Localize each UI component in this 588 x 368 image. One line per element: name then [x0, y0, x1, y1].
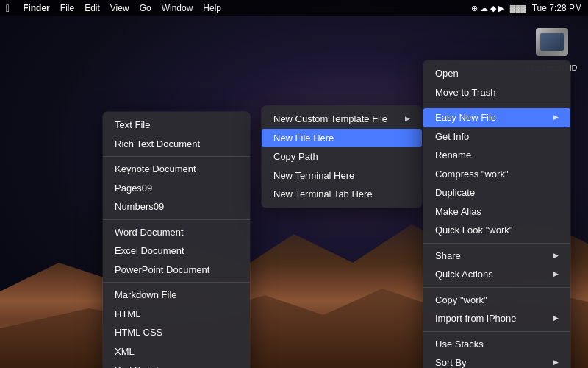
menu-use-stacks[interactable]: Use Stacks — [423, 335, 570, 354]
menu-excel[interactable]: Excel Document — [103, 241, 250, 261]
menu-make-alias[interactable]: Make Alias — [423, 202, 570, 222]
menu-html-css[interactable]: HTML CSS — [103, 323, 250, 342]
separator — [423, 331, 570, 332]
apple-menu[interactable]:  — [6, 2, 10, 14]
menu-pages09[interactable]: Pages09 — [103, 179, 250, 198]
easy-new-file-submenu: New Custom Template File ▶ New File Here… — [262, 106, 422, 208]
menu-keynote[interactable]: Keynote Document — [103, 160, 250, 179]
battery-icon[interactable]: ▓▓▓ — [510, 4, 526, 13]
app-name[interactable]: Finder — [23, 3, 50, 13]
menu-window[interactable]: Window — [162, 3, 193, 13]
submenu-arrow: ▶ — [553, 113, 559, 123]
submenu-arrow: ▶ — [553, 251, 559, 261]
menu-get-info[interactable]: Get Info — [423, 127, 570, 146]
menu-duplicate[interactable]: Duplicate — [423, 183, 570, 202]
submenu-arrow: ▶ — [553, 358, 559, 368]
separator — [423, 287, 570, 288]
menu-edit[interactable]: Edit — [85, 3, 100, 13]
menu-numbers09[interactable]: Numbers09 — [103, 197, 250, 216]
menu-compress[interactable]: Compress "work" — [423, 165, 570, 184]
submenu-arrow: ▶ — [553, 269, 559, 280]
menu-new-custom-template[interactable]: New Custom Template File ▶ — [262, 110, 422, 129]
menu-new-terminal-tab-here[interactable]: New Terminal Tab Here — [262, 185, 422, 204]
separator — [103, 156, 250, 157]
menu-copy-path[interactable]: Copy Path — [262, 147, 422, 166]
menu-go[interactable]: Go — [140, 3, 151, 13]
menu-html[interactable]: HTML — [103, 305, 250, 324]
submenu-arrow: ▶ — [553, 314, 559, 324]
wifi-icon[interactable]: ⊕ ☁ ◆ ▶ — [471, 4, 504, 13]
menu-word[interactable]: Word Document — [103, 223, 250, 242]
menu-perl[interactable]: Perl Script — [103, 361, 250, 368]
menubar:  Finder File Edit View Go Window Help ⊕… — [0, 0, 588, 16]
disk-icon-graphic — [536, 28, 568, 60]
menu-move-trash[interactable]: Move to Trash — [423, 83, 570, 102]
main-context-menu: Open Move to Trash Easy New File ▶ Get I… — [423, 60, 570, 368]
menu-sort-by[interactable]: Sort By ▶ — [423, 353, 570, 368]
menu-text-file[interactable]: Text File — [103, 116, 250, 135]
menu-powerpoint[interactable]: PowerPoint Document — [103, 261, 250, 280]
menu-import-iphone[interactable]: Import from iPhone ▶ — [423, 309, 570, 328]
separator — [423, 243, 570, 244]
submenu-arrow: ▶ — [405, 114, 410, 124]
menu-open[interactable]: Open — [423, 64, 570, 83]
menu-rich-text[interactable]: Rich Text Document — [103, 135, 250, 154]
menu-xml[interactable]: XML — [103, 342, 250, 361]
menu-easy-new-file[interactable]: Easy New File ▶ — [423, 108, 570, 127]
menu-view[interactable]: View — [110, 3, 129, 13]
separator — [423, 105, 570, 105]
menu-markdown[interactable]: Markdown File — [103, 286, 250, 305]
menu-copy-work[interactable]: Copy "work" — [423, 291, 570, 310]
menubar-clock: Tue 7:28 PM — [532, 3, 582, 13]
menu-rename[interactable]: Rename — [423, 146, 570, 165]
menu-quick-actions[interactable]: Quick Actions ▶ — [423, 265, 570, 284]
separator — [103, 219, 250, 220]
menu-quick-look[interactable]: Quick Look "work" — [423, 221, 570, 240]
menu-help[interactable]: Help — [203, 3, 221, 13]
menu-share[interactable]: Share ▶ — [423, 247, 570, 266]
menu-file[interactable]: File — [60, 3, 74, 13]
menu-new-terminal-here[interactable]: New Terminal Here — [262, 166, 422, 185]
menu-new-file-here[interactable]: New File Here — [262, 129, 422, 148]
desktop:  Finder File Edit View Go Window Help ⊕… — [0, 0, 588, 368]
separator — [103, 282, 250, 283]
new-file-submenu: Text File Rich Text Document Keynote Doc… — [103, 112, 250, 368]
